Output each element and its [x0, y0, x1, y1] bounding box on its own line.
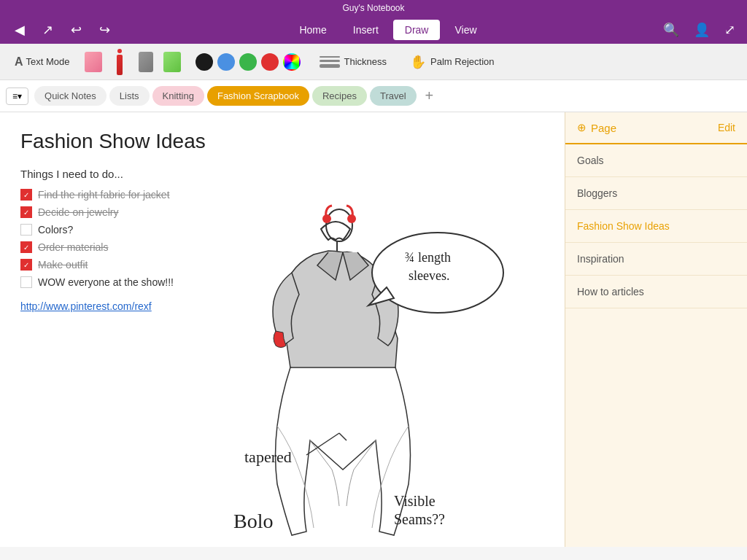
highlighter-icon — [85, 52, 102, 72]
svg-text:tapered: tapered — [244, 448, 292, 466]
undo-button[interactable]: ↩ — [65, 19, 88, 41]
svg-text:sleeves.: sleeves. — [409, 268, 449, 283]
draw-toolbar: A Text Mode Thickness — [0, 44, 747, 80]
list-item-text: Find the right fabric for jacket — [38, 189, 170, 201]
checkbox-3[interactable] — [20, 224, 32, 236]
tool-marker[interactable] — [160, 49, 184, 75]
edit-button[interactable]: Edit — [718, 122, 735, 133]
svg-text:¾ length: ¾ length — [405, 250, 451, 265]
svg-text:Bolo: Bolo — [233, 510, 273, 532]
search-button[interactable]: 🔍 — [660, 19, 682, 41]
eraser-icon — [139, 52, 153, 72]
checkbox-6[interactable] — [20, 276, 32, 288]
tab-fashion-scrapbook[interactable]: Fashion Scrapbook — [207, 86, 309, 106]
list-item-text: Decide on jewelry — [38, 206, 119, 218]
sidebar-page-bloggers[interactable]: Bloggers — [565, 177, 747, 210]
add-page-icon: ⊕ — [577, 121, 587, 134]
wave1 — [320, 56, 340, 58]
add-tab-button[interactable]: + — [419, 88, 440, 104]
checkbox-2[interactable]: ✓ — [20, 206, 32, 218]
wave3 — [320, 64, 340, 68]
checkbox-1[interactable]: ✓ — [20, 189, 32, 201]
sidebar-page-inspiration[interactable]: Inspiration — [565, 243, 747, 276]
tool-eraser[interactable] — [134, 49, 158, 75]
palm-rejection-button[interactable]: ✋ Palm Rejection — [403, 51, 501, 73]
svg-text:Seams??: Seams?? — [394, 511, 445, 527]
sidebar-header: ⊕ Page Edit — [565, 112, 747, 144]
color-swatches — [196, 53, 301, 71]
checkbox-5[interactable]: ✓ — [20, 259, 32, 271]
app-title: Guy's Notebook — [342, 3, 404, 13]
expand-button[interactable]: ⤢ — [721, 19, 738, 41]
swatch-black[interactable] — [196, 53, 213, 71]
title-bar: Guy's Notebook — [0, 0, 747, 16]
right-sidebar: ⊕ Page Edit Goals Bloggers Fashion Show … — [565, 112, 747, 547]
pinterest-link[interactable]: http://www.pinterest.com/rexf — [20, 300, 152, 312]
profile-button[interactable]: 👤 — [691, 19, 713, 41]
tab-draw[interactable]: Draw — [393, 20, 441, 40]
tab-recipes[interactable]: Recipes — [312, 86, 367, 106]
note-area: Fashion Show Ideas Things I need to do..… — [0, 112, 565, 547]
redo-button[interactable]: ↪ — [93, 19, 116, 41]
back-button[interactable]: ◀ — [9, 19, 31, 41]
add-page-button[interactable]: ⊕ Page — [577, 121, 616, 134]
tab-home[interactable]: Home — [287, 20, 338, 40]
sidebar-page-how-to-articles[interactable]: How to articles — [565, 276, 747, 308]
note-subtitle: Things I need to do... — [20, 168, 544, 180]
list-item-text: Make outfit — [38, 259, 88, 271]
pen-body-icon — [117, 55, 123, 75]
svg-point-2 — [347, 214, 356, 223]
tab-quick-notes[interactable]: Quick Notes — [34, 86, 107, 106]
thickness-waves-icon — [320, 56, 340, 68]
tab-knitting[interactable]: Knitting — [152, 86, 204, 106]
draw-tools — [82, 49, 184, 75]
palm-icon: ✋ — [410, 54, 426, 70]
pen-tip-icon — [117, 49, 122, 53]
toolbar-right: 🔍 👤 ⤢ — [660, 19, 738, 41]
tab-lists[interactable]: Lists — [109, 86, 150, 106]
tab-travel[interactable]: Travel — [370, 86, 417, 106]
main-content: Fashion Show Ideas Things I need to do..… — [0, 112, 747, 547]
fashion-sketch: ¾ length sleeves. tapered Visible Seams?… — [153, 192, 533, 547]
main-toolbar: ◀ ↗ ↩ ↪ Home Insert Draw View 🔍 👤 ⤢ — [0, 16, 747, 44]
swatch-rainbow[interactable] — [283, 53, 301, 71]
swatch-green[interactable] — [239, 53, 257, 71]
sidebar-page-fashion-show-ideas[interactable]: Fashion Show Ideas — [565, 210, 747, 243]
swatch-red[interactable] — [261, 53, 279, 71]
thickness-label: Thickness — [344, 56, 387, 67]
tab-insert[interactable]: Insert — [341, 20, 390, 40]
list-item-text: Colors? — [38, 224, 73, 236]
sidebar-pages: Goals Bloggers Fashion Show Ideas Inspir… — [565, 144, 747, 547]
page-label: Page — [591, 122, 616, 134]
checkbox-4[interactable]: ✓ — [20, 241, 32, 253]
marker-icon — [163, 52, 181, 72]
tab-view[interactable]: View — [443, 20, 488, 40]
text-mode-icon: A — [15, 55, 23, 69]
svg-point-1 — [322, 214, 331, 223]
thickness-button[interactable]: Thickness — [312, 53, 395, 71]
text-mode-button[interactable]: A Text Mode — [9, 52, 76, 71]
wave2 — [320, 60, 340, 62]
notebook-tabs: ≡▾ Quick Notes Lists Knitting Fashion Sc… — [0, 80, 747, 112]
text-mode-label: Text Mode — [26, 56, 70, 67]
tool-highlighter[interactable] — [82, 49, 105, 75]
share-button[interactable]: ↗ — [36, 19, 59, 41]
swatch-blue[interactable] — [217, 53, 235, 71]
tool-pen-red[interactable] — [108, 49, 131, 75]
palm-rejection-label: Palm Rejection — [430, 56, 494, 67]
svg-text:Visible: Visible — [394, 493, 436, 509]
list-item-text: Order materials — [38, 241, 108, 253]
note-title: Fashion Show Ideas — [20, 130, 544, 153]
nav-tabs: Home Insert Draw View — [122, 20, 654, 40]
notebook-view-button[interactable]: ≡▾ — [6, 88, 28, 105]
svg-point-0 — [326, 209, 352, 241]
sidebar-page-goals[interactable]: Goals — [565, 144, 747, 177]
